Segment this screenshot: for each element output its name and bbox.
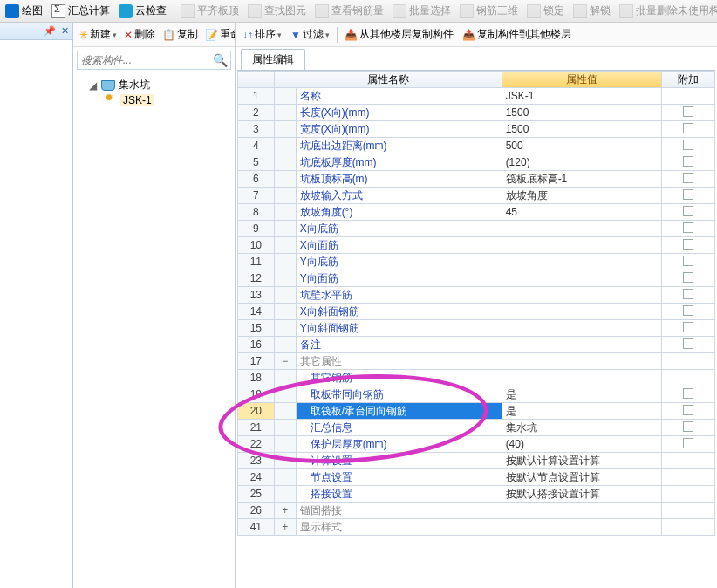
property-value[interactable]: 按默认搭接设置计算 [502,486,661,503]
expand-cell[interactable]: + [274,503,296,519]
checkbox[interactable] [683,289,693,299]
checkbox[interactable] [683,189,693,200]
property-value[interactable] [502,337,661,353]
batch-delete-button[interactable]: 批量删除未使用构件 [616,2,717,20]
sort-button[interactable]: ↓↑排序 [239,25,285,44]
property-value[interactable]: 筏板底标高-1 [502,171,661,188]
extra-cell[interactable] [661,370,714,386]
table-row[interactable]: 15Y向斜面钢筋 [238,320,715,337]
checkbox[interactable] [683,256,693,266]
checkbox[interactable] [683,156,693,167]
expand-cell[interactable]: + [274,519,296,536]
table-row[interactable]: 19 取板带同向钢筋是 [238,386,715,403]
property-value[interactable]: JSK-1 [502,88,661,105]
batch-select-button[interactable]: 批量选择 [389,2,454,20]
delete-button[interactable]: ✕删除 [121,25,158,44]
checkbox[interactable] [683,305,693,316]
table-row[interactable]: 17−其它属性 [238,353,715,370]
property-value[interactable] [502,503,661,519]
flatten-button[interactable]: 平齐板顶 [177,2,242,20]
property-value[interactable] [502,320,661,337]
table-row[interactable]: 21 汇总信息集水坑 [238,420,715,436]
extra-cell[interactable] [661,469,714,486]
property-value[interactable]: 1500 [502,121,661,138]
checkbox[interactable] [683,421,693,432]
table-row[interactable]: 22 保护层厚度(mm)(40) [238,436,715,453]
table-row[interactable]: 41+显示样式 [238,519,715,536]
table-row[interactable]: 5坑底板厚度(mm)(120) [238,154,715,171]
property-value[interactable] [502,353,661,370]
checkbox[interactable] [683,206,693,216]
property-value[interactable]: 500 [502,138,661,154]
extra-cell[interactable] [661,304,714,320]
steel-3d-button[interactable]: 钢筋三维 [456,2,522,20]
checkbox[interactable] [683,239,693,250]
copy-from-button[interactable]: 📥从其他楼层复制构件 [341,25,457,44]
property-value[interactable] [502,519,661,536]
checkbox[interactable] [683,272,693,283]
extra-cell[interactable] [661,503,714,519]
extra-cell[interactable] [661,337,714,353]
extra-cell[interactable] [661,287,714,304]
extra-cell[interactable] [661,353,714,370]
extra-cell[interactable] [661,320,714,337]
checkbox[interactable] [683,140,693,150]
table-row[interactable]: 25 搭接设置按默认搭接设置计算 [238,486,715,503]
table-row[interactable]: 6坑板顶标高(m)筏板底标高-1 [238,171,715,188]
table-row[interactable]: 10X向面筋 [238,237,715,254]
table-row[interactable]: 1名称JSK-1 [238,88,715,105]
search-icon[interactable]: 🔍 [213,53,228,67]
table-row[interactable]: 26+锚固搭接 [238,503,715,519]
checkbox[interactable] [683,222,693,233]
extra-cell[interactable] [661,105,714,121]
close-icon[interactable]: ✕ [61,25,69,37]
view-steel-button[interactable]: 查看钢筋量 [311,2,387,20]
property-value[interactable]: 45 [502,204,661,221]
property-value[interactable]: (120) [502,154,661,171]
checkbox[interactable] [683,123,693,133]
pin-icon[interactable]: 📌 [44,25,56,37]
table-row[interactable]: 23 计算设置按默认计算设置计算 [238,453,715,469]
checkbox[interactable] [683,338,693,349]
tree-item-jsk1[interactable]: JSK-1 [75,93,233,107]
lock-button[interactable]: 锁定 [523,2,568,20]
extra-cell[interactable] [661,386,714,403]
table-row[interactable]: 20 取筏板/承台同向钢筋是 [238,403,715,420]
draw-button[interactable]: 绘图 [2,2,46,20]
extra-cell[interactable] [661,420,714,436]
extra-cell[interactable] [661,453,714,469]
table-row[interactable]: 14X向斜面钢筋 [238,304,715,320]
property-value[interactable] [502,237,661,254]
tab-properties[interactable]: 属性编辑 [241,49,305,70]
property-value[interactable] [502,270,661,287]
property-value[interactable]: 是 [502,386,661,403]
property-value[interactable] [502,254,661,270]
extra-cell[interactable] [661,403,714,420]
property-value[interactable]: (40) [502,436,661,453]
extra-cell[interactable] [661,237,714,254]
property-value[interactable]: 集水坑 [502,420,661,436]
table-row[interactable]: 3宽度(X向)(mm)1500 [238,121,715,138]
extra-cell[interactable] [661,486,714,503]
extra-cell[interactable] [661,221,714,237]
property-value[interactable]: 按默认计算设置计算 [502,453,661,469]
filter-button[interactable]: ▼过滤 [287,25,333,44]
table-row[interactable]: 11Y向底筋 [238,254,715,270]
table-row[interactable]: 4坑底出边距离(mm)500 [238,138,715,154]
unlock-button[interactable]: 解锁 [570,2,614,20]
property-value[interactable]: 放坡角度 [502,188,661,204]
checkbox[interactable] [683,405,693,415]
table-row[interactable]: 12Y向面筋 [238,270,715,287]
copy-to-button[interactable]: 📤复制构件到其他楼层 [459,25,575,44]
rename-button[interactable]: 📝重命名 [202,25,235,44]
extra-cell[interactable] [661,121,714,138]
collapse-icon[interactable]: ◢ [87,79,98,92]
search-box[interactable]: 🔍 [77,51,231,70]
extra-cell[interactable] [661,171,714,188]
table-row[interactable]: 9X向底筋 [238,221,715,237]
table-row[interactable]: 16备注 [238,337,715,353]
property-value[interactable] [502,370,661,386]
table-row[interactable]: 7放坡输入方式放坡角度 [238,188,715,204]
extra-cell[interactable] [661,270,714,287]
checkbox[interactable] [683,173,693,183]
